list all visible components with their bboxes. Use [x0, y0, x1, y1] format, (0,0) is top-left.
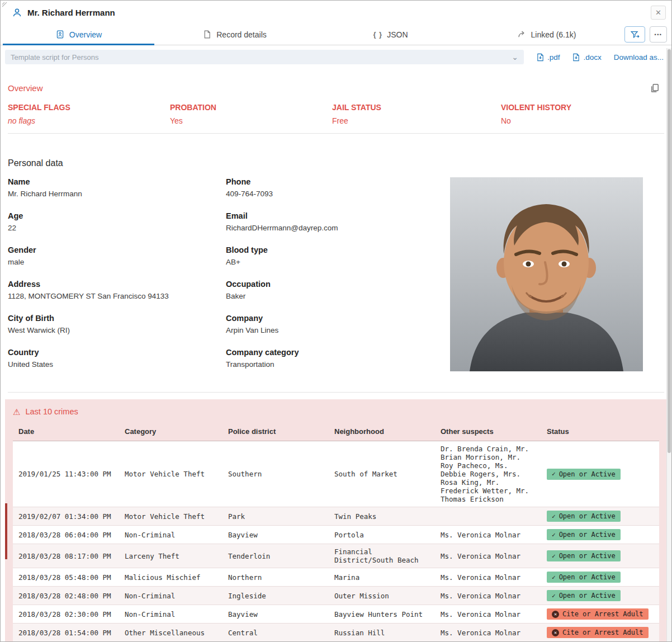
field-value: male	[8, 258, 226, 266]
check-icon: ✓	[552, 470, 556, 478]
crime-date: 2019/02/07 01:34:00 PM	[13, 507, 119, 526]
crimes-panel: ⚠ Last 10 crimes Date Category Police di…	[5, 399, 667, 642]
crimes-header: ⚠ Last 10 crimes	[13, 407, 659, 416]
field-value: 409-764-7093	[226, 190, 444, 198]
field-value: RichardDHerrmann@dayrep.com	[226, 224, 444, 232]
crime-date: 2019/01/25 11:43:00 PM	[13, 441, 119, 507]
flags-row: SPECIAL FLAGS no flags PROBATION Yes JAI…	[8, 103, 664, 125]
flag-label: PROBATION	[170, 103, 332, 112]
filter-button[interactable]	[624, 26, 645, 43]
tab-overview[interactable]: Overview	[1, 24, 157, 45]
check-icon: ✓	[552, 592, 556, 599]
flag-value: Free	[332, 116, 501, 125]
status-label: Open or Active	[559, 552, 616, 560]
field-value: 1128, MONTGOMERY ST San Francisco 94133	[8, 292, 226, 300]
tab-json[interactable]: { } JSON	[313, 24, 468, 45]
scrollbar-thumb[interactable]	[668, 49, 671, 453]
crime-status: ✓Open or Active	[541, 544, 659, 568]
page-title: Mr. Richard Herrmann	[27, 8, 115, 17]
check-icon: ✓	[552, 553, 556, 560]
tab-label: Linked (6.1k)	[531, 30, 576, 39]
personal-field: Age22	[8, 211, 226, 232]
person-record-modal: { "header": { "title": "Mr. Richard Herr…	[0, 0, 672, 642]
template-script-select[interactable]: Template script for Persons ⌄	[5, 50, 524, 64]
crime-status: ✓Open or Active	[541, 507, 659, 526]
flag-probation: PROBATION Yes	[170, 103, 332, 125]
column-header-other-suspects: Other suspects	[435, 423, 541, 441]
crime-neighborhood: South of Market	[329, 441, 435, 507]
crime-status: ✕Cite or Arrest Adult	[541, 605, 659, 624]
crime-row: 2018/03/28 06:04:00 PMNon-CriminalBayvie…	[13, 526, 659, 544]
crime-status: ✓Open or Active	[541, 441, 659, 507]
pdf-label: .pdf	[547, 53, 560, 62]
crime-row: 2018/03/28 02:48:00 PMNon-CriminalIngles…	[13, 587, 659, 605]
status-label: Open or Active	[559, 531, 616, 539]
crime-status: ✓Open or Active	[541, 587, 659, 605]
crime-category: Motor Vehicle Theft	[119, 507, 223, 526]
crimes-heading: Last 10 crimes	[25, 407, 78, 416]
field-label: Address	[8, 280, 226, 289]
crime-status: ✕Cite or Arrest Adult	[541, 624, 659, 642]
download-as-label: Download as...	[614, 53, 664, 62]
column-header-date: Date	[13, 423, 119, 441]
more-options-button[interactable]: •••	[650, 26, 667, 43]
status-label: Cite or Arrest Adult	[562, 629, 643, 636]
check-icon: ✓	[552, 513, 556, 520]
download-as-link[interactable]: Download as...	[614, 53, 664, 62]
crime-district: Ingleside	[223, 587, 329, 605]
column-header-status: Status	[541, 423, 659, 441]
crime-suspects: Dr. Brenda Crain, Mr. Brian Morrison, Mr…	[435, 441, 541, 507]
crime-neighborhood: Bayview Hunters Point	[329, 605, 435, 624]
field-label: City of Birth	[8, 314, 226, 323]
status-badge: ✓Open or Active	[547, 590, 621, 601]
status-badge: ✓Open or Active	[547, 550, 621, 561]
crime-suspects: Ms. Veronica Molnar	[435, 526, 541, 544]
status-badge: ✓Open or Active	[547, 511, 621, 522]
copy-icon[interactable]	[650, 83, 660, 95]
flag-label: VIOLENT HISTORY	[501, 103, 664, 112]
crime-district: Bayview	[223, 605, 329, 624]
crime-neighborhood: Portola	[329, 526, 435, 544]
download-pdf-link[interactable]: .pdf	[536, 53, 560, 62]
crime-category: Malicious Mischief	[119, 568, 223, 587]
status-badge: ✓Open or Active	[547, 572, 621, 583]
crime-neighborhood: Russian Hill	[329, 624, 435, 642]
crime-category: Larceny Theft	[119, 544, 223, 568]
crime-suspects: Ms. Veronica Molnar	[435, 568, 541, 587]
crime-row: 2019/01/25 11:43:00 PMMotor Vehicle Thef…	[13, 441, 659, 507]
crime-district: Central	[223, 624, 329, 642]
field-label: Gender	[8, 246, 226, 254]
close-icon[interactable]: ✕	[651, 6, 666, 20]
resize-handle-icon[interactable]	[2, 2, 8, 8]
crimes-table-header-row: Date Category Police district Neighborho…	[13, 423, 659, 441]
download-docx-link[interactable]: .docx	[572, 53, 601, 62]
json-braces-icon: { }	[373, 30, 382, 39]
personal-fields-right: Phone409-764-7093EmailRichardDHerrmann@d…	[226, 177, 444, 382]
personal-field: Phone409-764-7093	[226, 177, 444, 198]
tab-record-details[interactable]: Record details	[157, 24, 313, 45]
flag-value: no flags	[8, 116, 170, 125]
crime-neighborhood: Twin Peaks	[329, 507, 435, 526]
crime-date: 2018/03/28 08:17:00 PM	[13, 544, 119, 568]
document-icon	[202, 30, 212, 39]
field-value: Mr. Richard Herrmann	[8, 190, 226, 198]
id-badge-icon	[55, 30, 65, 39]
crime-row: 2019/02/07 01:34:00 PMMotor Vehicle Thef…	[13, 507, 659, 526]
field-label: Phone	[226, 177, 444, 186]
personal-fields-left: NameMr. Richard HerrmannAge22GendermaleA…	[8, 177, 226, 382]
personal-field: Address1128, MONTGOMERY ST San Francisco…	[8, 280, 226, 300]
crimes-scroll-indicator[interactable]	[5, 503, 7, 559]
flag-label: JAIL STATUS	[332, 103, 501, 112]
field-value: AB+	[226, 258, 444, 266]
personal-field: NameMr. Richard Herrmann	[8, 177, 226, 198]
field-label: Company	[226, 314, 444, 323]
crime-category: Non-Criminal	[119, 526, 223, 544]
tabs: Overview Record details { } JSON Linked …	[1, 24, 624, 45]
flag-violent-history: VIOLENT HISTORY No	[501, 103, 664, 125]
crime-district: Tenderloin	[223, 544, 329, 568]
tab-linked[interactable]: Linked (6.1k)	[468, 24, 624, 45]
status-label: Open or Active	[559, 592, 616, 599]
flag-value: Yes	[170, 116, 332, 125]
scrollbar-track[interactable]	[666, 48, 671, 641]
status-label: Open or Active	[559, 470, 616, 478]
